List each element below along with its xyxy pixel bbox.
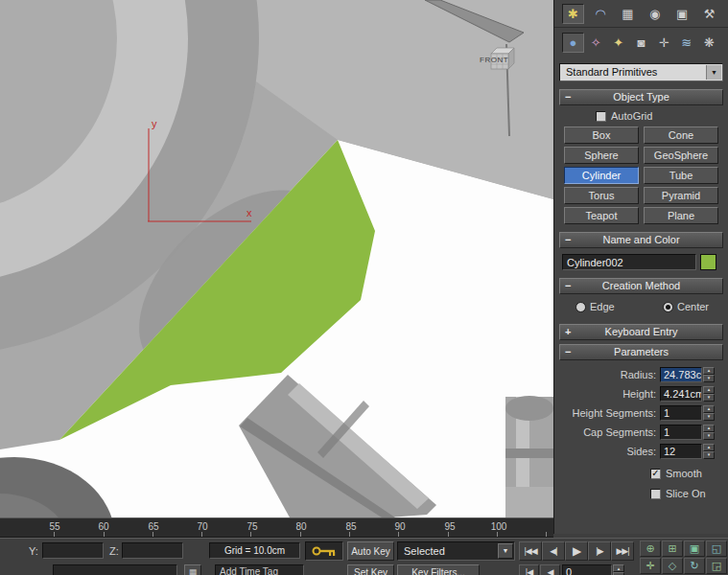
rollout-name-and-color[interactable]: − Name and Color — [559, 232, 723, 248]
set-key-button[interactable]: Set Key — [347, 564, 394, 575]
box-button[interactable]: Box — [564, 126, 639, 144]
height-segments-input[interactable]: 1 — [660, 405, 702, 421]
key-filters-button[interactable]: Key Filters... — [397, 564, 480, 575]
sphere-button[interactable]: Sphere — [564, 147, 639, 164]
tab-create[interactable]: ✱ — [562, 4, 584, 24]
tab-hierarchy[interactable]: ▦ — [617, 4, 639, 24]
height-input[interactable]: 4.241cm — [660, 386, 702, 402]
slice-on-row: Slice On — [650, 488, 728, 499]
zoom-all-icon[interactable]: ⊞ — [662, 540, 683, 557]
viewport-navigation-controls: ⊕ ⊞ ▣ ◱ ✛ ◇ ↻ ◲ — [640, 540, 727, 574]
cap-segments-input[interactable]: 1 — [660, 425, 702, 440]
spinner-down-icon[interactable]: ▾ — [703, 375, 715, 382]
command-panel-tabs: ✱ ◠ ▦ ◉ ▣ ⚒ — [554, 0, 728, 28]
spinner-up-icon[interactable]: ▴ — [703, 444, 715, 451]
rollout-keyboard-entry[interactable]: + Keyboard Entry — [559, 324, 723, 340]
primitive-category-dropdown[interactable]: Standard Primitives ▼ — [559, 63, 723, 81]
tab-motion[interactable]: ◉ — [644, 4, 666, 24]
object-name-input[interactable]: Cylinder002 — [562, 254, 696, 270]
zoom-region-icon[interactable]: ◱ — [706, 540, 727, 557]
cylinder-button[interactable]: Cylinder — [564, 167, 639, 184]
pan-icon[interactable]: ✛ — [640, 558, 661, 574]
spinner-up-icon[interactable]: ▴ — [703, 367, 715, 375]
zoom-extents-icon[interactable]: ▣ — [684, 540, 705, 557]
create-icon: ✱ — [568, 7, 578, 21]
category-geometry[interactable]: ● — [562, 33, 584, 53]
viewport-canvas: FRONT y x — [0, 0, 553, 518]
spinner-up-icon[interactable]: ▴ — [703, 425, 715, 432]
plane-button[interactable]: Plane — [644, 207, 718, 224]
edge-option[interactable]: Edge — [575, 301, 615, 312]
z-coordinate-field[interactable] — [122, 542, 183, 559]
frame-tick: 60 — [91, 521, 116, 532]
selection-set-dropdown[interactable]: Selected ▼ — [397, 541, 515, 561]
category-cameras[interactable]: ◙ — [630, 33, 652, 53]
category-helpers[interactable]: ✛ — [653, 33, 675, 53]
frame-tick: 90 — [387, 521, 412, 532]
spinner-down-icon[interactable]: ▾ — [703, 451, 715, 459]
set-key-mode-button[interactable] — [305, 541, 343, 561]
zoom-icon[interactable]: ⊕ — [640, 540, 661, 557]
category-systems[interactable]: ❋ — [698, 33, 720, 53]
pyramid-button[interactable]: Pyramid — [644, 187, 718, 204]
spinner-up-icon[interactable]: ▴ — [703, 386, 715, 394]
slice-on-checkbox[interactable] — [650, 489, 661, 499]
category-shapes[interactable]: ✧ — [585, 33, 607, 53]
play-button[interactable]: ▶ — [565, 541, 588, 561]
go-to-end-button[interactable]: ▶▶| — [611, 541, 634, 561]
chevron-down-icon[interactable]: ▼ — [706, 65, 721, 80]
autogrid-checkbox[interactable] — [596, 111, 606, 122]
rollout-object-type[interactable]: − Object Type — [559, 89, 723, 105]
scene-right-geometry — [505, 396, 553, 518]
torus-button[interactable]: Torus — [564, 187, 639, 204]
spinner-down-icon[interactable]: ▾ — [703, 394, 715, 402]
sides-label: Sides: — [626, 446, 656, 457]
spinner-up-icon[interactable]: ▴ — [703, 405, 715, 413]
teapot-button[interactable]: Teapot — [564, 207, 639, 224]
category-space-warps[interactable]: ≋ — [675, 33, 697, 53]
orbit-icon[interactable]: ↻ — [684, 558, 705, 574]
radius-input[interactable]: 24.783cm — [660, 367, 702, 382]
cone-button[interactable]: Cone — [644, 126, 718, 144]
previous-key-button[interactable]: |◀ — [519, 564, 539, 575]
spinner-down-icon[interactable]: ▾ — [703, 432, 715, 440]
previous-frame-button[interactable]: ◀| — [542, 541, 565, 561]
spinner-down-icon[interactable]: ▾ — [703, 413, 715, 421]
center-radio[interactable] — [663, 302, 673, 312]
current-frame-field[interactable]: 0 — [562, 564, 612, 575]
chevron-down-icon[interactable]: ▼ — [498, 543, 513, 559]
utilities-icon: ⚒ — [704, 7, 716, 21]
geosphere-button[interactable]: GeoSphere — [644, 147, 718, 164]
maximize-viewport-icon[interactable]: ◲ — [706, 558, 727, 574]
collapse-icon: − — [565, 279, 571, 293]
shapes-icon: ✧ — [591, 35, 601, 50]
spinner-up-icon[interactable]: ▴ — [613, 564, 624, 572]
edge-radio[interactable] — [575, 302, 586, 312]
front-view-label: FRONT — [480, 56, 508, 64]
cap-segments-spinner: ▴ ▾ — [703, 425, 715, 440]
grid-setting-display: Grid = 10.0cm — [209, 542, 300, 559]
tab-display[interactable]: ▣ — [671, 4, 693, 24]
rollout-creation-method[interactable]: − Creation Method — [559, 278, 723, 294]
track-bar[interactable]: 55 60 65 70 75 80 85 90 95 100 — [0, 518, 553, 538]
cameras-icon: ◙ — [638, 35, 646, 50]
object-color-swatch[interactable] — [700, 254, 716, 270]
add-time-tag[interactable]: Add Time Tag — [215, 564, 304, 575]
auto-key-button[interactable]: Auto Key — [347, 541, 394, 561]
go-to-start-button[interactable]: |◀◀ — [519, 541, 542, 561]
sides-input[interactable]: 12 — [660, 444, 702, 459]
field-of-view-icon[interactable]: ◇ — [662, 558, 683, 574]
tab-modify[interactable]: ◠ — [589, 4, 611, 24]
smooth-checkbox[interactable]: ✓ — [650, 469, 661, 479]
y-coordinate-field[interactable] — [42, 542, 104, 559]
category-lights[interactable]: ✦ — [607, 33, 629, 53]
next-frame-button[interactable]: |▶ — [588, 541, 611, 561]
mini-curve-editor-button[interactable]: ▦ — [184, 564, 201, 575]
key-mode-toggle[interactable]: ◀ — [540, 564, 560, 575]
tab-utilities[interactable]: ⚒ — [698, 4, 720, 24]
tube-button[interactable]: Tube — [644, 167, 718, 184]
rollout-parameters[interactable]: − Parameters — [559, 344, 723, 360]
playback-controls: |◀◀ ◀| ▶ |▶ ▶▶| — [519, 541, 634, 561]
center-option[interactable]: Center — [663, 301, 709, 312]
front-viewport[interactable]: FRONT y x — [0, 0, 553, 518]
